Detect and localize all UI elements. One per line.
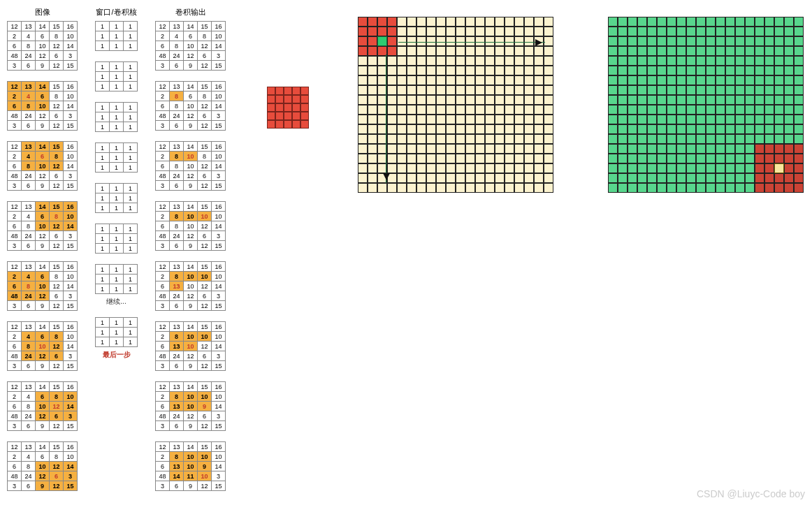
data-grid: 121314151624681068101214482412633691215 <box>7 21 78 71</box>
data-grid: 111111111 <box>95 183 138 213</box>
data-grid: 111111111 <box>95 102 138 132</box>
data-grid: 121314151624681068101214482412633691215 <box>7 201 78 251</box>
data-grid: 121314151624681068101214482412633691215 <box>7 441 78 491</box>
data-grid: 111111111 <box>95 224 138 254</box>
arrow-right <box>398 42 545 43</box>
header-output: 卷积输出 <box>175 7 206 17</box>
data-grid: 121314151624681068101214482412633691215 <box>7 381 78 431</box>
conv-input-diagram <box>358 17 553 193</box>
kernel-5x5-red <box>267 87 309 129</box>
data-grid: 111111111 <box>95 61 138 92</box>
data-grid: 121314151624681068101214482412633691215 <box>7 141 78 191</box>
data-grid: 1213141516281010106131012144824126336912… <box>155 321 226 371</box>
data-grid: 1213141516281010106131091448241263369121… <box>155 381 226 431</box>
header-image: 图像 <box>35 7 50 17</box>
caption-continue: 继续... <box>106 297 126 307</box>
watermark: CSDN @Liuyc-Code boy <box>697 488 805 499</box>
conv-output-diagram <box>608 17 804 193</box>
data-grid: 1213141516281010106131091448141110336912… <box>155 441 226 491</box>
caption-last: 最后一步 <box>103 350 131 360</box>
data-grid: 111111111 <box>95 142 138 173</box>
data-grid: 111111111 <box>95 317 138 347</box>
data-grid: 121314151624681068101214482412633691215 <box>155 21 226 71</box>
data-grid: 1213141516281010106131012144824126336912… <box>155 261 226 311</box>
data-grid: 121314151624681068101214482412633691215 <box>7 261 78 311</box>
data-grid: 121314151628681068101214482412633691215 <box>155 81 226 131</box>
header-window: 窗口/卷积核 <box>96 7 136 17</box>
data-grid: 1213141516281010106810121448241263369121… <box>155 201 226 251</box>
data-grid: 121314151624681068101214482412633691215 <box>7 81 78 131</box>
data-grid: 1213141516281081068101214482412633691215 <box>155 141 226 191</box>
data-grid: 111111111 <box>95 264 138 294</box>
arrow-down <box>386 54 386 183</box>
data-grid: 121314151624681068101214482412633691215 <box>7 321 78 371</box>
data-grid: 111111111 <box>95 21 138 51</box>
